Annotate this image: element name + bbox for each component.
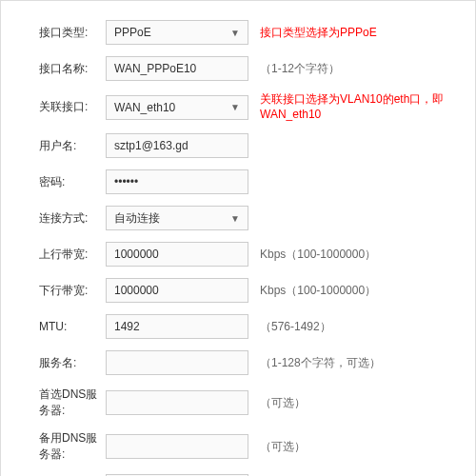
label-mtu: MTU: (10, 320, 106, 333)
label-assoc-interface: 关联接口: (10, 99, 106, 115)
label-service: 服务名: (10, 355, 106, 371)
row-service: 服务名: （1-128个字符，可选） (10, 350, 466, 375)
row-dns-secondary: 备用DNS服务器: （可选） (10, 430, 466, 463)
hint-service: （1-128个字符，可选） (248, 355, 381, 371)
row-username: 用户名: (10, 133, 466, 158)
label-connect-mode: 连接方式: (10, 210, 106, 227)
row-downstream: 下行带宽: Kbps（100-1000000） (10, 278, 466, 303)
row-mtu: MTU: （576-1492） (10, 314, 466, 339)
label-upstream: 上行带宽: (10, 247, 106, 263)
chevron-down-icon: ▼ (230, 28, 240, 38)
input-interface-name[interactable] (106, 56, 248, 81)
hint-interface-name: （1-12个字符） (248, 61, 340, 77)
row-assoc-interface: 关联接口: WAN_eth10 ▼ 关联接口选择为VLAN10的eth口，即WA… (10, 92, 466, 122)
label-dns-secondary: 备用DNS服务器: (10, 430, 106, 463)
label-username: 用户名: (10, 138, 106, 154)
input-upstream[interactable] (106, 242, 248, 267)
label-interface-type: 接口类型: (10, 25, 106, 41)
input-mtu[interactable] (106, 314, 248, 339)
row-upstream: 上行带宽: Kbps（100-1000000） (10, 242, 466, 267)
hint-upstream: Kbps（100-1000000） (248, 247, 376, 263)
select-assoc-interface-value: WAN_eth10 (114, 101, 175, 114)
label-dns-primary: 首选DNS服务器: (10, 387, 106, 419)
hint-interface-type: 接口类型选择为PPPoE (248, 25, 377, 41)
hint-dns-secondary: （可选） (248, 439, 306, 455)
chevron-down-icon: ▼ (230, 213, 240, 224)
row-password: 密码: (10, 169, 466, 194)
row-dns-primary: 首选DNS服务器: （可选） (10, 387, 466, 419)
select-interface-type-value: PPPoE (114, 26, 151, 39)
input-username[interactable] (106, 133, 248, 158)
hint-downstream: Kbps（100-1000000） (248, 283, 376, 299)
select-connect-mode[interactable]: 自动连接 ▼ (106, 206, 248, 230)
input-service[interactable] (106, 350, 248, 375)
label-password: 密码: (10, 174, 106, 190)
select-connect-mode-value: 自动连接 (114, 210, 160, 227)
hint-assoc-interface: 关联接口选择为VLAN10的eth口，即WAN_eth10 (248, 92, 466, 122)
input-password[interactable] (106, 169, 248, 194)
input-dns-secondary[interactable] (106, 434, 248, 459)
row-connect-mode: 连接方式: 自动连接 ▼ (10, 206, 466, 230)
label-downstream: 下行带宽: (10, 283, 106, 299)
row-interface-name: 接口名称: （1-12个字符） (10, 56, 466, 81)
input-downstream[interactable] (106, 278, 248, 303)
hint-mtu: （576-1492） (248, 319, 331, 335)
row-interface-type: 接口类型: PPPoE ▼ 接口类型选择为PPPoE (10, 20, 466, 45)
select-interface-type[interactable]: PPPoE ▼ (106, 20, 248, 45)
label-interface-name: 接口名称: (10, 61, 106, 77)
select-assoc-interface[interactable]: WAN_eth10 ▼ (106, 95, 248, 120)
chevron-down-icon: ▼ (230, 102, 240, 112)
hint-dns-primary: （可选） (248, 395, 306, 411)
input-dns-primary[interactable] (106, 390, 248, 415)
